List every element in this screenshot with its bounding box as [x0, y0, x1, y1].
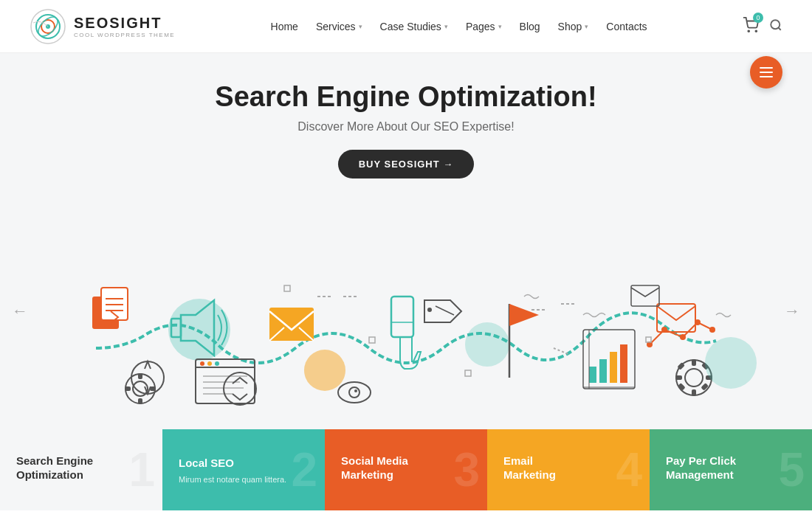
service-card-social[interactable]: 3 Social Media Marketing [325, 429, 487, 510]
carousel-next-button[interactable]: → [784, 302, 800, 321]
svg-rect-63 [692, 359, 696, 366]
card-number: 4 [616, 446, 642, 493]
logo-text: SEOSIGHT COOL WORDPRESS THEME [74, 15, 175, 38]
nav-services[interactable]: Services ▾ [316, 21, 362, 32]
hero-section: Search Engine Optimization! Discover Mor… [0, 53, 812, 193]
card-title: Pay Per Click Management [666, 454, 796, 482]
svg-marker-41 [509, 304, 539, 326]
nav-shop[interactable]: Shop ▾ [558, 21, 589, 32]
svg-point-32 [349, 387, 359, 398]
service-card-seo[interactable]: 1 Search Engine Optimization [0, 429, 162, 510]
svg-rect-46 [125, 386, 131, 391]
svg-point-33 [354, 389, 357, 392]
logo[interactable]: SEOSIGHT COOL WORDPRESS THEME [30, 8, 175, 45]
svg-rect-80 [369, 337, 375, 343]
logo-name: SEOSIGHT [74, 15, 175, 32]
nav-case-studies[interactable]: Case Studies ▾ [380, 21, 448, 32]
nav-pages[interactable]: Pages ▾ [466, 21, 502, 32]
card-title: Local SEO [179, 456, 309, 471]
card-title: Email Marketing [503, 454, 633, 482]
logo-icon [30, 8, 66, 45]
card-title: Social Media Marketing [341, 454, 471, 482]
hero-title: Search Engine Optimization! [15, 81, 797, 113]
carousel-prev-button[interactable]: ← [12, 302, 28, 321]
card-number: 5 [778, 446, 805, 493]
cart-button[interactable]: 0 [743, 17, 759, 36]
main-nav: Home Services ▾ Case Studies ▾ Pages ▾ B… [271, 21, 647, 32]
nav-home[interactable]: Home [271, 21, 298, 32]
svg-point-23 [200, 361, 204, 366]
svg-point-5 [748, 30, 749, 32]
service-card-ppc[interactable]: 5 Pay Per Click Management [650, 429, 812, 510]
chevron-down-icon: ▾ [444, 23, 448, 30]
svg-point-24 [207, 361, 212, 366]
logo-tagline: COOL WORDPRESS THEME [74, 32, 175, 38]
svg-rect-52 [610, 352, 617, 383]
svg-line-78 [554, 348, 568, 354]
nav-icons: 0 [743, 17, 782, 36]
illustration-section: ← [0, 193, 812, 429]
service-cards: 1 Search Engine Optimization 2 Local SEO… [0, 429, 812, 510]
svg-rect-82 [646, 337, 651, 342]
svg-point-25 [215, 361, 219, 366]
hero-cta-button[interactable]: BUY SEOSIGHT → [338, 150, 475, 178]
svg-point-7 [771, 20, 780, 29]
chevron-down-icon: ▾ [585, 23, 588, 30]
svg-line-38 [436, 306, 454, 315]
svg-point-60 [709, 327, 715, 333]
svg-rect-79 [284, 285, 290, 291]
svg-rect-51 [599, 359, 607, 383]
illustration-graphic [0, 193, 812, 429]
svg-point-71 [705, 337, 757, 389]
service-card-local-seo[interactable]: 2 Local SEO Mirum est notare quam litter… [162, 429, 325, 510]
menu-fab-button[interactable] [750, 56, 782, 89]
svg-rect-81 [465, 370, 471, 376]
chevron-down-icon: ▾ [359, 23, 362, 30]
svg-rect-53 [620, 344, 627, 383]
hamburger-line [760, 72, 773, 73]
hero-subtitle: Discover More About Our SEO Expertise! [15, 120, 797, 134]
card-number: 1 [128, 446, 155, 493]
svg-line-8 [778, 27, 780, 30]
card-number: 2 [291, 446, 317, 493]
search-button[interactable] [769, 18, 782, 35]
card-title: Search Engine Optimization [16, 454, 146, 482]
nav-blog[interactable]: Blog [520, 21, 540, 32]
svg-point-30 [304, 350, 345, 391]
hamburger-line [760, 67, 773, 69]
svg-rect-44 [138, 373, 142, 379]
svg-rect-34 [391, 297, 413, 337]
svg-point-31 [338, 382, 371, 403]
svg-point-62 [685, 369, 703, 386]
svg-rect-18 [269, 308, 314, 341]
svg-rect-50 [589, 367, 596, 383]
card-number: 3 [453, 446, 480, 493]
svg-point-37 [427, 308, 432, 312]
cart-badge: 0 [753, 13, 763, 23]
svg-rect-64 [692, 389, 696, 396]
svg-rect-73 [631, 285, 659, 306]
svg-point-58 [680, 334, 686, 340]
svg-rect-47 [150, 386, 156, 391]
svg-rect-65 [675, 375, 682, 380]
card-desc: Mirum est notare quam littera. [179, 475, 309, 484]
svg-point-39 [465, 322, 509, 367]
svg-rect-69 [678, 383, 686, 391]
header: SEOSIGHT COOL WORDPRESS THEME Home Servi… [0, 0, 812, 53]
hamburger-line [760, 76, 773, 77]
search-icon [769, 18, 782, 32]
service-card-email[interactable]: 4 Email Marketing [487, 429, 650, 510]
chevron-down-icon: ▾ [498, 23, 502, 30]
svg-point-6 [755, 30, 757, 32]
nav-contacts[interactable]: Contacts [606, 21, 647, 32]
svg-rect-45 [138, 398, 142, 404]
